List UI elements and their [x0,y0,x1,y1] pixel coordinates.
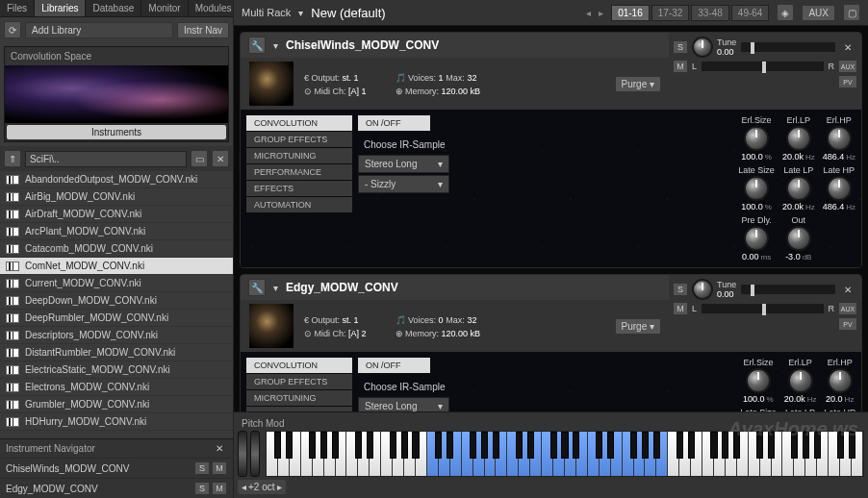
black-key[interactable] [401,432,408,459]
black-key[interactable] [630,432,637,459]
black-key[interactable] [573,432,579,459]
page-tab[interactable]: 17-32 [651,5,690,21]
list-item[interactable]: AbandondedOutpost_MODW_CONV.nki [0,171,233,188]
wrench-icon[interactable]: 🔧 [248,37,266,54]
list-item[interactable]: Current_MODW_CONV.nki [0,275,233,292]
knob-latesize[interactable] [744,176,769,201]
kontakt-logo-icon[interactable]: ◈ [777,4,794,21]
oct-up-icon[interactable]: ▸ [277,482,282,492]
sub-tab-effects[interactable]: EFFECTS [246,181,352,196]
black-key[interactable] [677,432,683,459]
collapse-icon[interactable]: ▾ [273,283,278,293]
black-key[interactable] [550,432,557,459]
add-library-button[interactable]: Add Library [25,22,173,38]
solo-button[interactable]: S [673,40,688,54]
onoff-button[interactable]: ON /OFF [358,358,430,373]
page-tab[interactable]: 01-16 [611,5,650,21]
sub-tab-microtuning[interactable]: MICROTUNING [246,390,352,406]
page-tab[interactable]: 33-48 [691,5,729,21]
mute-button[interactable]: M [673,302,688,315]
purge-button[interactable]: Purge ▾ [615,318,661,335]
list-item[interactable]: Electrons_MODW_CONV.nki [0,379,233,396]
tune-knob[interactable] [692,279,713,300]
knob-predly[interactable] [744,226,769,251]
list-item[interactable]: DistantRumbler_MODW_CONV.nki [0,344,233,361]
black-key[interactable] [561,432,568,459]
nav-item[interactable]: ChiselWinds_MODW_CONVSM [0,458,233,478]
preset-name[interactable]: New (default) [311,6,578,20]
collapse-icon[interactable]: ▾ [273,40,278,51]
black-key[interactable] [710,432,717,459]
prev-preset-icon[interactable]: ◂ [586,8,591,18]
view-mode-icon[interactable]: ▭ [191,150,208,167]
sub-tab-convolution[interactable]: CONVOLUTION [246,115,352,131]
close-path-icon[interactable]: ✕ [212,150,229,167]
black-key[interactable] [607,432,614,459]
black-key[interactable] [481,432,488,459]
black-key[interactable] [309,432,316,459]
aux-button[interactable]: AUX [838,60,857,73]
onoff-button[interactable]: ON /OFF [358,115,430,131]
black-key[interactable] [412,432,419,459]
aux-button[interactable]: AUX [838,302,857,315]
page-tab[interactable]: 49-64 [731,5,770,21]
up-folder-icon[interactable]: ⇑ [4,150,21,167]
path-input[interactable]: SciFi\.. [25,151,187,167]
knob-latehp[interactable] [827,176,852,201]
sub-tab-performance[interactable]: PERFORMANCE [246,164,352,180]
list-item[interactable]: ArcPlant_MODW_CONV.nki [0,223,233,240]
list-item[interactable]: AirBig_MODW_CONV.nki [0,188,233,206]
wrench-icon[interactable]: 🔧 [248,279,266,296]
list-item[interactable]: DeepRumbler_MODW_CONV.nki [0,310,233,327]
knob-erlhp[interactable] [828,368,853,393]
black-key[interactable] [653,432,660,459]
knob-latelp[interactable] [786,176,811,201]
knob-erlsize[interactable] [744,126,769,151]
black-key[interactable] [435,432,442,459]
conv-preview-image[interactable] [5,65,228,123]
tab-modules[interactable]: Modules [189,0,240,16]
list-item[interactable]: Grumbler_MODW_CONV.nki [0,396,233,413]
purge-button[interactable]: Purge ▾ [615,76,661,92]
knob-out[interactable] [786,226,811,251]
minimize-icon[interactable]: ▢ [843,4,860,21]
list-item[interactable]: AirDraft_MODW_CONV.nki [0,206,233,223]
mute-button[interactable]: M [212,461,227,475]
pan-slider[interactable] [701,61,824,72]
mute-button[interactable]: M [212,482,227,495]
black-key[interactable] [447,432,453,459]
black-key[interactable] [390,432,396,459]
octave-control[interactable]: ◂ +2 oct ▸ [238,480,286,494]
tab-files[interactable]: Files [0,0,35,16]
black-key[interactable] [274,432,281,459]
pv-button[interactable]: PV [838,75,857,88]
next-preset-icon[interactable]: ▸ [599,8,603,18]
black-key[interactable] [320,432,327,459]
sub-tab-group-effects[interactable]: GROUP EFFECTS [246,132,352,147]
black-key[interactable] [493,432,499,459]
knob-erllp[interactable] [788,368,813,393]
tab-libraries[interactable]: Libraries [35,0,86,16]
conv-instruments-label[interactable]: Instruments [7,125,226,139]
solo-button[interactable]: S [194,482,210,495]
stereo-dropdown[interactable]: Stereo Long▾ [358,155,449,173]
sub-tab-automation[interactable]: AUTOMATION [246,197,352,212]
list-item[interactable]: HDHurry_MODW_CONV.nki [0,413,233,431]
volume-slider[interactable] [740,284,836,295]
instrument-close-icon[interactable]: ✕ [840,285,855,295]
black-key[interactable] [596,432,602,459]
sub-tab-group-effects[interactable]: GROUP EFFECTS [246,374,352,389]
preset-dropdown[interactable]: - Sizzly▾ [358,175,449,193]
tab-database[interactable]: Database [86,0,141,16]
refresh-icon[interactable]: ⟳ [4,21,21,38]
instr-nav-button[interactable]: Instr Nav [177,22,229,38]
preset-dropdown-icon[interactable]: ▾ [298,8,303,18]
black-key[interactable] [355,432,362,459]
nav-item[interactable]: Edgy_MODW_CONVSM [0,478,233,498]
tab-monitor[interactable]: Monitor [141,0,188,16]
list-item[interactable]: DeepDown_MODW_CONV.nki [0,292,233,310]
knob-erlhp[interactable] [827,126,852,151]
black-key[interactable] [516,432,523,459]
black-key[interactable] [470,432,476,459]
pv-button[interactable]: PV [838,317,857,331]
